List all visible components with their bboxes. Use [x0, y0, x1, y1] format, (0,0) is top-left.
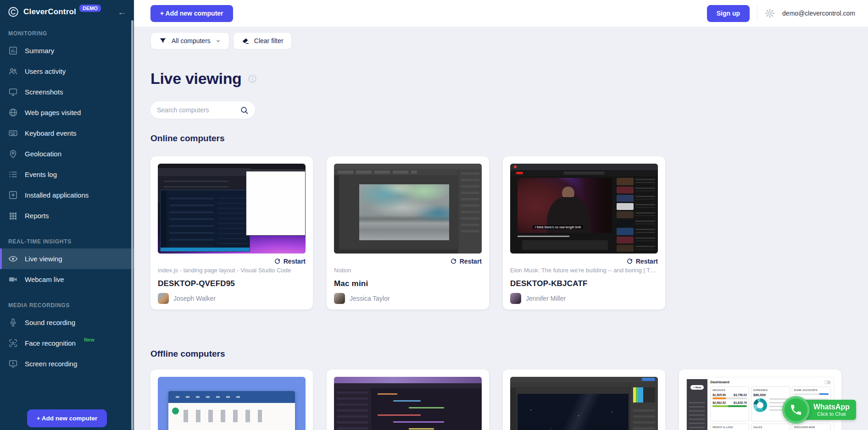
sidebar-item-installed-applications[interactable]: Installed applications: [0, 185, 134, 205]
sidebar-item-label: Web pages visited: [25, 109, 81, 116]
whatsapp-title: WhatsApp: [813, 403, 850, 411]
offline-cards-row: + NewDashboardINVOICES$1,525.50$3,756.02…: [150, 369, 868, 430]
sidebar-item-screen-recording[interactable]: Screen recording: [0, 353, 134, 374]
keyboard-icon: [8, 128, 18, 138]
sidebar-item-label: Sound recording: [25, 319, 75, 326]
clear-filter-label: Clear filter: [254, 37, 284, 44]
topbar-divider: [757, 6, 757, 21]
sidebar-item-label: Live viewing: [25, 255, 62, 263]
video-caption: I think there's no real length limit: [533, 225, 583, 229]
sidebar-item-label: Screenshots: [25, 88, 63, 96]
sidebar-item-screenshots[interactable]: Screenshots: [0, 82, 134, 102]
main-content: All computers Clear filter Live viewing …: [134, 27, 868, 430]
online-computer-card: I think there's no real length limitRest…: [503, 156, 665, 309]
sidebar-item-label: Installed applications: [25, 191, 89, 199]
whatsapp-subtitle: Click to Chat: [813, 411, 850, 417]
videocam-icon: [8, 275, 18, 284]
face-icon: [8, 338, 18, 348]
sidebar-item-webcam-live[interactable]: Webcam live: [0, 269, 134, 290]
last-screen-thumbnail[interactable]: [510, 377, 658, 430]
mic-icon: [8, 318, 18, 327]
online-computer-card: Restartindex.js - landing page layout - …: [150, 156, 313, 309]
sidebar-scrollbar[interactable]: [131, 20, 134, 430]
sidebar-item-geolocation[interactable]: Geolocation: [0, 143, 134, 164]
restart-label: Restart: [284, 258, 306, 265]
sidebar-item-keyboard-events[interactable]: Keyboard events: [0, 123, 134, 143]
online-cards-row: Restartindex.js - landing page layout - …: [150, 156, 868, 309]
eraser-icon: [241, 37, 250, 45]
sidebar-item-label: Face recognition: [25, 339, 76, 347]
new-badge: New: [84, 337, 95, 342]
signup-button[interactable]: Sign up: [707, 5, 750, 22]
sidebar-add-computer-button[interactable]: + Add new computer: [27, 409, 107, 427]
sidebar-item-events-log[interactable]: Events log: [0, 164, 134, 185]
page-title: Live viewing: [150, 70, 242, 88]
sidebar-item-label: Users activity: [25, 67, 66, 75]
online-computer-card: RestartNotionMac miniJessica Taylor: [327, 156, 489, 309]
sidebar-item-users-activity[interactable]: Users activity: [0, 61, 134, 82]
offline-computer-card: [503, 369, 665, 430]
search-icon[interactable]: [240, 106, 249, 115]
avatar: [158, 293, 169, 304]
sidebar-section-label: MEDIA RECORDINGS: [0, 302, 134, 309]
brand-name: CleverControl: [23, 7, 76, 17]
sidebar-item-summary[interactable]: Summary: [0, 40, 134, 61]
info-icon[interactable]: [248, 74, 257, 83]
sidebar-item-label: Screen recording: [25, 360, 77, 368]
filter-bar: All computers Clear filter: [150, 32, 868, 50]
edited-photo: [359, 184, 449, 240]
vscode-window: [160, 190, 250, 252]
whatsapp-phone-icon[interactable]: [782, 396, 810, 424]
sidebar-item-label: Geolocation: [25, 150, 61, 158]
computer-name: Mac mini: [334, 279, 482, 288]
offline-computer-card: [327, 369, 489, 430]
search-box: [150, 101, 255, 119]
demo-badge: DEMO: [79, 5, 101, 12]
restart-button[interactable]: Restart: [158, 258, 306, 265]
add-computer-button[interactable]: + Add new computer: [150, 5, 233, 22]
sidebar-item-sound-recording[interactable]: Sound recording: [0, 312, 134, 333]
sidebar-item-web-pages-visited[interactable]: Web pages visited: [0, 102, 134, 123]
suggested-videos: [617, 178, 655, 252]
computers-filter-dropdown[interactable]: All computers: [150, 32, 229, 50]
globe-icon: [8, 108, 18, 117]
avatar: [510, 293, 521, 304]
clevercontrol-logo-icon: [7, 6, 19, 18]
avatar: [334, 293, 345, 304]
sidebar: CleverControl DEMO ← MONITORINGSummaryUs…: [0, 0, 134, 430]
collapse-sidebar-icon[interactable]: ←: [117, 7, 127, 17]
computer-name: DESKTOP-QVEFD95: [158, 279, 306, 288]
last-screen-thumbnail[interactable]: [158, 377, 306, 430]
sidebar-item-live-viewing[interactable]: Live viewing: [0, 248, 134, 269]
last-screen-thumbnail[interactable]: [334, 377, 482, 430]
live-screen-thumbnail[interactable]: I think there's no real length limit: [510, 164, 658, 254]
account-email[interactable]: demo@clevercontrol.com: [782, 10, 855, 17]
sidebar-item-face-recognition[interactable]: Face recognitionNew: [0, 333, 134, 353]
user-name: Joseph Walker: [173, 295, 216, 302]
topbar: + Add new computer Sign up demo@cleverco…: [134, 0, 868, 27]
restart-button[interactable]: Restart: [334, 258, 482, 265]
grid-icon: [8, 211, 18, 221]
user-name: Jessica Taylor: [350, 295, 390, 302]
sidebar-section-label: REAL-TIME INSIGHTS: [0, 238, 134, 245]
offline-computers-heading: Offline computers: [150, 349, 868, 359]
refresh-icon: [274, 258, 281, 265]
white-window: [246, 169, 306, 236]
clear-filter-button[interactable]: Clear filter: [233, 32, 292, 50]
install-icon: [8, 190, 18, 200]
gear-icon[interactable]: [765, 8, 775, 18]
search-input[interactable]: [157, 106, 240, 114]
whatsapp-widget[interactable]: WhatsApp Click to Chat: [782, 396, 856, 424]
live-screen-thumbnail[interactable]: [334, 164, 482, 254]
sidebar-item-label: Events log: [25, 171, 57, 178]
restart-button[interactable]: Restart: [510, 258, 658, 265]
active-window-title: Notion: [334, 267, 482, 274]
computer-name: DESKTOP-KBJCATF: [510, 279, 658, 288]
sidebar-item-label: Keyboard events: [25, 129, 77, 137]
computers-filter-label: All computers: [172, 37, 211, 44]
active-window-title: Elon Musk: The future we're building -- …: [510, 267, 658, 274]
sidebar-item-reports[interactable]: Reports: [0, 205, 134, 226]
pin-icon: [8, 149, 18, 159]
live-screen-thumbnail[interactable]: [158, 164, 306, 254]
refresh-icon: [626, 258, 633, 265]
